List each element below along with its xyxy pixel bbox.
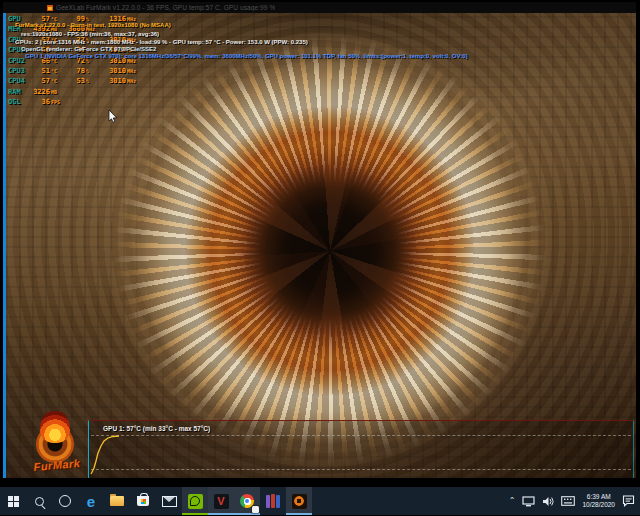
furmark-render-viewport: GPU57°C99%1316MHz MEM4392MB3600MHz CPU57…: [6, 13, 636, 478]
furmark-logo: FurMark: [22, 409, 92, 477]
taskbar-clock[interactable]: 6:39 AM 10/28/2020: [582, 493, 615, 509]
network-icon[interactable]: [522, 496, 535, 507]
gpu-temp-graph: GPU 1: 57°C (min 33°C - max 57°C): [88, 420, 634, 478]
hud-gpu1-line: GPU 1 (NVIDIA GeForce GTX 970): core 131…: [25, 53, 468, 60]
taskbar-chrome-button[interactable]: [234, 487, 260, 515]
winrar-icon: [266, 494, 280, 508]
osd-row-ogl: OGL36FPS: [8, 97, 141, 107]
taskbar-store-button[interactable]: [130, 487, 156, 515]
furmark-fur-donut: [94, 23, 566, 478]
file-explorer-icon: [110, 496, 124, 506]
msi-afterburner-icon: V: [214, 494, 229, 509]
chrome-overlay-badge: [252, 506, 259, 513]
nvidia-geforce-icon: [188, 494, 203, 509]
furmark-taskbar-icon: [292, 494, 307, 509]
microsoft-store-icon: [137, 496, 149, 506]
osd-row-cpu4: CPU457°C53%3010MHz: [8, 76, 141, 86]
taskbar-file-explorer-button[interactable]: [104, 487, 130, 515]
hud-version-line: FurMark v1.22.0.0 - Burn-in test, 1920x1…: [15, 22, 171, 29]
fur-donut-dark-center: [94, 23, 566, 478]
start-button[interactable]: [0, 487, 26, 515]
edge-icon: e: [87, 494, 95, 509]
hud-gpu-power-line: GPUs: 2 | core:1316 MHz - mem:1800 MHz -…: [15, 39, 308, 46]
taskbar-furmark-button[interactable]: [286, 487, 312, 515]
screen: GeeXLab FurMark v1.22.0.0 - 36 FPS, GPU …: [0, 0, 640, 516]
mail-icon: [162, 496, 177, 507]
window-title: GeeXLab FurMark v1.22.0.0 - 36 FPS, GPU …: [56, 4, 275, 11]
windows-logo-icon: [8, 496, 19, 507]
taskbar-winrar-button[interactable]: [260, 487, 286, 515]
hud-renderer-line: OpenGL renderer: GeForce GTX 970/PCIe/SS…: [21, 46, 156, 53]
flame-icon: [40, 409, 70, 443]
taskbar-mail-button[interactable]: [156, 487, 182, 515]
osd-row-cpu3: CPU351°C78%3010MHz: [8, 66, 141, 76]
system-tray: ⌃ 6:39 AM 10/28/2020: [509, 487, 640, 515]
cortana-icon: [59, 495, 71, 507]
search-icon: [35, 497, 44, 506]
tray-overflow-chevron-icon[interactable]: ⌃: [509, 496, 516, 505]
taskbar-edge-button[interactable]: e: [78, 487, 104, 515]
clock-date: 10/28/2020: [582, 501, 615, 509]
action-center-icon[interactable]: [622, 495, 635, 507]
touch-keyboard-icon[interactable]: [561, 496, 575, 506]
window-titlebar[interactable]: GeeXLab FurMark v1.22.0.0 - 36 FPS, GPU …: [3, 2, 636, 13]
taskbar-afterburner-button[interactable]: V: [208, 487, 234, 515]
osd-row-ram: RAM3226MB: [8, 87, 141, 97]
mouse-cursor: [108, 110, 118, 123]
taskbar-nvidia-button[interactable]: [182, 487, 208, 515]
furmark-window-icon: [47, 5, 53, 11]
furmark-logo-text: FurMark: [18, 456, 97, 475]
taskbar-cortana-button[interactable]: [52, 487, 78, 515]
hud-fps-line: res:1920x1080 - FPS:36 (min:36, max:37, …: [21, 31, 159, 38]
taskbar-search-button[interactable]: [26, 487, 52, 515]
clock-time: 6:39 AM: [582, 493, 615, 501]
gpu-temp-label: GPU 1: 57°C (min 33°C - max 57°C): [103, 425, 210, 432]
volume-icon[interactable]: [542, 496, 554, 507]
taskbar: e V ⌃: [0, 487, 640, 515]
